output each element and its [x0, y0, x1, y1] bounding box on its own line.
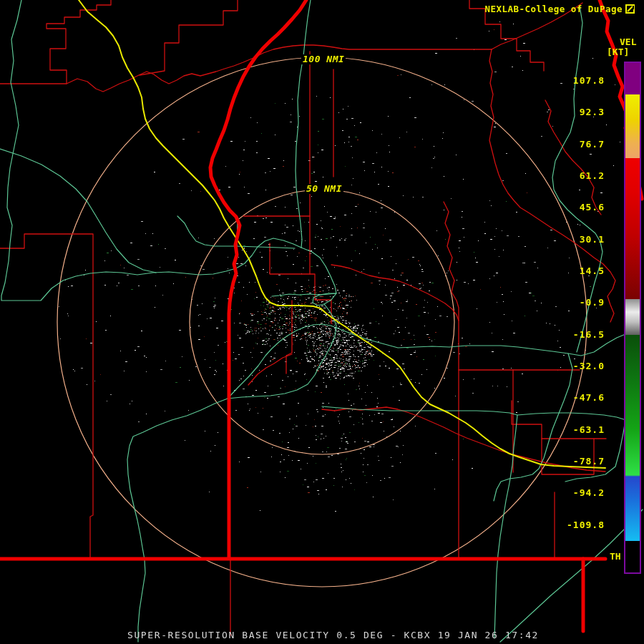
colorbar-tick-label: 30.1 [580, 234, 605, 245]
colorbar-tick-label: -78.7 [573, 456, 605, 467]
colorbar-tick-label: 92.3 [580, 107, 605, 117]
cod-logo-icon [625, 4, 635, 14]
colorbar-tick-label: -47.6 [573, 392, 605, 403]
product-title: SUPER-RESOLUTION BASE VELOCITY 0.5 DEG -… [127, 630, 539, 640]
velocity-colorbar [624, 62, 641, 574]
brand-label: NEXLAB-College of DuPage [484, 4, 623, 14]
colorbar-th-label: TH [610, 551, 621, 562]
colorbar-tick-label: -94.2 [573, 487, 605, 498]
velocity-colorbar-gradient [625, 63, 640, 572]
radar-map-canvas [0, 0, 644, 644]
legend-title: VEL [620, 36, 636, 47]
colorbar-tick-label: -32.0 [573, 361, 605, 371]
colorbar-tick-label: 107.8 [573, 75, 605, 86]
colorbar-tick-label: -0.9 [580, 297, 605, 308]
colorbar-tick-label: -109.8 [567, 519, 605, 530]
colorbar-tick-label: -16.5 [573, 329, 605, 340]
radar-viewer-page: NEXLAB-College of DuPage VEL [KT] 107.89… [0, 0, 644, 644]
colorbar-tick-label: 14.5 [580, 265, 605, 276]
range-ring-label-100nmi: 100 NMI [301, 54, 346, 64]
colorbar-tick-label: 61.2 [580, 170, 605, 181]
legend-units: [KT] [607, 47, 629, 57]
colorbar-tick-label: 76.7 [580, 139, 605, 150]
colorbar-tick-label: 45.6 [580, 202, 605, 213]
range-ring-label-50nmi: 50 NMI [305, 184, 343, 194]
colorbar-tick-label: -63.1 [573, 424, 605, 435]
